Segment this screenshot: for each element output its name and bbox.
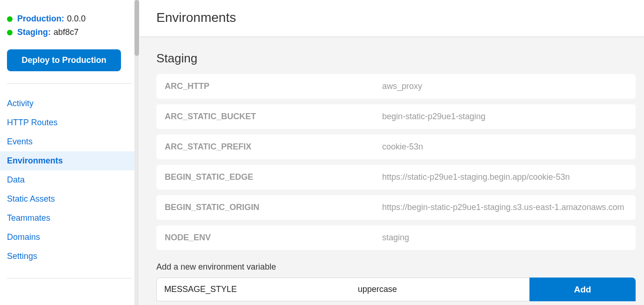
section-title-staging: Staging [156,51,636,66]
env-key: ARC_STATIC_PREFIX [165,142,382,152]
add-env-input-wrap [156,278,530,301]
env-row: ARC_STATIC_PREFIX cookie-53n [156,135,636,159]
nav-item-activity[interactable]: Activity [0,94,139,113]
divider [7,278,132,278]
add-env-label: Add a new environment variable [156,262,636,272]
nav-item-static-assets[interactable]: Static Assets [0,190,139,209]
sidebar: Production: 0.0.0 Staging: abf8c7 Deploy… [0,0,140,305]
nav-item-domains[interactable]: Domains [0,228,139,247]
nav-item-teammates[interactable]: Teammates [0,209,139,228]
env-value: begin-static-p29ue1-staging [382,112,627,122]
env-value: https://begin-static-p29ue1-staging.s3.u… [382,203,627,212]
add-env-button[interactable]: Add [530,278,636,301]
sidebar-scrollbar-thumb[interactable] [134,0,139,56]
status-block: Production: 0.0.0 Staging: abf8c7 [0,14,139,37]
status-label: Staging: [17,27,51,37]
content: Staging ARC_HTTP aws_proxy ARC_STATIC_BU… [140,37,644,305]
status-dot-icon [7,16,13,22]
env-value: staging [382,233,627,243]
nav-item-environments[interactable]: Environments [0,151,139,170]
status-dot-icon [7,30,13,35]
sidebar-nav: Activity HTTP Routes Events Environments… [0,94,139,266]
env-row: BEGIN_STATIC_EDGE https://static-p29ue1-… [156,165,636,190]
env-row: ARC_STATIC_BUCKET begin-static-p29ue1-st… [156,104,636,129]
env-row: ARC_HTTP aws_proxy [156,74,636,99]
env-value-input[interactable] [350,278,529,301]
status-value: abf8c7 [54,27,79,37]
nav-item-http-routes[interactable]: HTTP Routes [0,113,139,132]
env-key-input[interactable] [157,278,350,301]
divider [7,83,132,84]
env-key: BEGIN_STATIC_EDGE [165,172,382,182]
nav-item-data[interactable]: Data [0,170,139,190]
env-value: https://static-p29ue1-staging.begin.app/… [382,172,627,182]
main: Environments Staging ARC_HTTP aws_proxy … [140,0,644,305]
env-value: cookie-53n [382,142,627,152]
nav-item-events[interactable]: Events [0,132,139,151]
env-key: ARC_STATIC_BUCKET [165,112,382,122]
env-key: NODE_ENV [165,233,382,243]
env-key: BEGIN_STATIC_ORIGIN [165,203,382,212]
status-value: 0.0.0 [67,14,86,24]
env-row: BEGIN_STATIC_ORIGIN https://begin-static… [156,195,636,220]
env-value: aws_proxy [382,81,627,91]
env-key: ARC_HTTP [165,81,382,91]
sidebar-scrollbar[interactable] [134,0,139,305]
page-title: Environments [140,0,644,37]
status-staging[interactable]: Staging: abf8c7 [7,27,132,37]
status-production[interactable]: Production: 0.0.0 [7,14,132,24]
nav-item-settings[interactable]: Settings [0,247,139,266]
add-env-row: Add [156,278,636,301]
env-row: NODE_ENV staging [156,225,636,250]
deploy-to-production-button[interactable]: Deploy to Production [7,49,121,71]
status-label: Production: [17,14,64,24]
